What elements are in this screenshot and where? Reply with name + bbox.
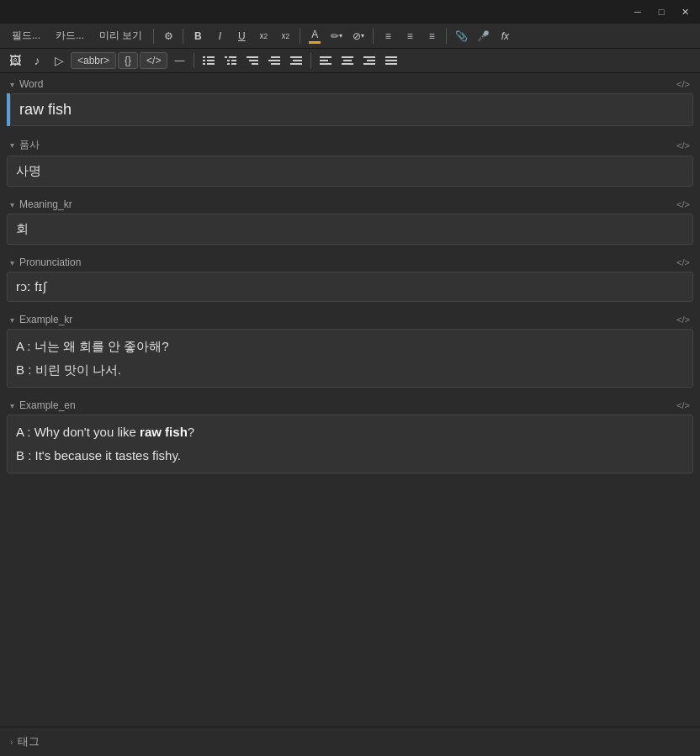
align-justify-icon — [385, 56, 397, 66]
word-chevron: ▾ — [10, 80, 14, 89]
highlight-button[interactable]: ✏ ▾ — [326, 27, 347, 45]
fx-button[interactable]: fx — [495, 27, 515, 45]
video-button[interactable]: ▷ — [49, 51, 69, 70]
pronunciation-chevron: ▾ — [10, 258, 14, 267]
pos-input[interactable]: 사명 — [7, 156, 693, 187]
font-color-button[interactable]: A — [305, 27, 325, 45]
svg-rect-16 — [268, 60, 280, 61]
minimize-button[interactable]: ─ — [626, 0, 650, 24]
list-style-2[interactable] — [220, 51, 241, 70]
font-color-label: A — [311, 29, 318, 40]
bottom-chevron: › — [10, 737, 13, 747]
tab-preview[interactable]: 미리 보기 — [93, 26, 149, 45]
align-right-button[interactable] — [359, 51, 379, 70]
pronunciation-code-btn[interactable]: </> — [676, 257, 690, 267]
word-header-left: ▾ Word — [10, 78, 43, 90]
svg-rect-28 — [367, 60, 375, 61]
eraser-icon: ⊘ — [353, 30, 361, 42]
tab-cards[interactable]: 카드... — [49, 26, 91, 45]
braces-button[interactable]: {} — [118, 52, 138, 69]
main-content: ▾ Word </> raw fish ▾ 품사 </> 사명 ▾ Meanin… — [0, 73, 700, 727]
list-style-1[interactable] — [199, 51, 219, 70]
indent-right-button[interactable] — [286, 51, 306, 70]
example-en-code-btn[interactable]: </> — [676, 400, 690, 410]
highlight-icon: ✏ — [331, 30, 339, 42]
example-kr-input[interactable]: A : 너는 왜 회를 안 좋아해? B : 비린 맛이 나서. — [7, 329, 693, 388]
svg-rect-19 — [293, 60, 302, 61]
abbr-button[interactable]: <abbr> — [71, 52, 116, 69]
pronunciation-input[interactable]: rɔː fɪʃ — [7, 272, 693, 302]
separator-6 — [194, 53, 194, 68]
ordered-list-button[interactable]: ≡ — [400, 27, 420, 45]
separator-3 — [300, 29, 300, 44]
mic-button[interactable]: 🎤 — [473, 27, 493, 45]
meaning-kr-input[interactable]: 회 — [7, 214, 693, 245]
code-button[interactable]: </> — [140, 52, 167, 69]
example-kr-chevron: ▾ — [10, 315, 14, 325]
indent-button[interactable]: ≡ — [422, 27, 442, 45]
example-en-line-2: B : It's because it tastes fishy. — [16, 446, 181, 466]
gear-icon[interactable]: ⚙ — [158, 27, 178, 45]
pronunciation-header[interactable]: ▾ Pronunciation </> — [0, 251, 700, 272]
svg-rect-6 — [225, 56, 227, 58]
svg-rect-13 — [249, 60, 258, 61]
svg-rect-4 — [203, 63, 205, 65]
word-input[interactable]: raw fish — [10, 93, 693, 126]
svg-rect-10 — [227, 63, 230, 65]
close-button[interactable]: ✕ — [673, 0, 697, 24]
pos-header[interactable]: ▾ 품사 </> — [0, 133, 700, 156]
pos-section: ▾ 품사 </> 사명 — [0, 133, 700, 187]
svg-rect-27 — [363, 56, 375, 58]
example-kr-header[interactable]: ▾ Example_kr </> — [0, 309, 700, 329]
word-section: ▾ Word </> raw fish — [0, 73, 700, 126]
align-justify-button[interactable] — [381, 51, 401, 70]
meaning-kr-header[interactable]: ▾ Meaning_kr </> — [0, 193, 700, 214]
align-center-button[interactable] — [337, 51, 358, 70]
dash-button[interactable]: — — [169, 51, 189, 70]
unordered-list-button[interactable]: ≡ — [378, 27, 398, 45]
pos-code-btn[interactable]: </> — [676, 140, 690, 151]
example-en-header[interactable]: ▾ Example_en </> — [0, 394, 700, 415]
svg-rect-12 — [247, 56, 258, 58]
eraser-button[interactable]: ⊘ ▾ — [348, 27, 369, 45]
audio-button[interactable]: ♪ — [27, 51, 47, 70]
pronunciation-input-wrapper: rɔː fɪʃ — [7, 272, 693, 302]
list-icon-3 — [247, 56, 258, 66]
maximize-button[interactable]: □ — [650, 0, 673, 24]
outdent-button[interactable] — [264, 51, 284, 70]
example-kr-code-btn[interactable]: </> — [676, 315, 690, 325]
pronunciation-header-left: ▾ Pronunciation — [10, 256, 81, 268]
example-en-line1-suffix: ? — [188, 425, 194, 439]
subscript-button[interactable]: x2 — [275, 27, 295, 45]
indent-right-icon — [290, 56, 302, 66]
word-code-btn[interactable]: </> — [676, 79, 690, 89]
word-header[interactable]: ▾ Word </> — [0, 73, 700, 93]
list-style-3[interactable] — [242, 51, 262, 70]
example-kr-section: ▾ Example_kr </> A : 너는 왜 회를 안 좋아해? B : … — [0, 309, 700, 388]
svg-rect-18 — [290, 56, 302, 58]
italic-button[interactable]: I — [209, 27, 230, 45]
image-button[interactable]: 🖼 — [5, 51, 25, 70]
example-kr-label: Example_kr — [19, 314, 72, 325]
list-icon-1 — [203, 56, 215, 66]
example-kr-input-wrapper: A : 너는 왜 회를 안 좋아해? B : 비린 맛이 나서. — [7, 329, 693, 388]
meaning-kr-code-btn[interactable]: </> — [676, 199, 690, 209]
toolbar-row-2: 🖼 ♪ ▷ <abbr> {} </> — — [0, 49, 700, 73]
title-bar: ─ □ ✕ — [0, 0, 700, 24]
superscript-button[interactable]: x2 — [253, 27, 273, 45]
svg-rect-1 — [207, 56, 215, 58]
svg-rect-11 — [231, 63, 236, 65]
highlight-dropdown: ▾ — [339, 32, 342, 40]
pos-header-left: ▾ 품사 — [10, 138, 40, 152]
tab-fields[interactable]: 필드... — [5, 26, 47, 45]
bold-button[interactable]: B — [188, 27, 208, 45]
example-en-input[interactable]: A : Why don't you like raw fish? B : It'… — [7, 415, 693, 473]
align-left-button[interactable] — [316, 51, 336, 70]
underline-button[interactable]: U — [231, 27, 252, 45]
bottom-section[interactable]: › 태그 — [0, 727, 700, 756]
toolbar-row-1: 필드... 카드... 미리 보기 ⚙ B I U x2 x2 A ✏ ▾ ⊘ … — [0, 24, 700, 49]
svg-rect-32 — [385, 63, 397, 65]
svg-rect-14 — [252, 63, 258, 65]
pos-input-wrapper: 사명 — [7, 156, 693, 187]
attach-button[interactable]: 📎 — [451, 27, 471, 45]
